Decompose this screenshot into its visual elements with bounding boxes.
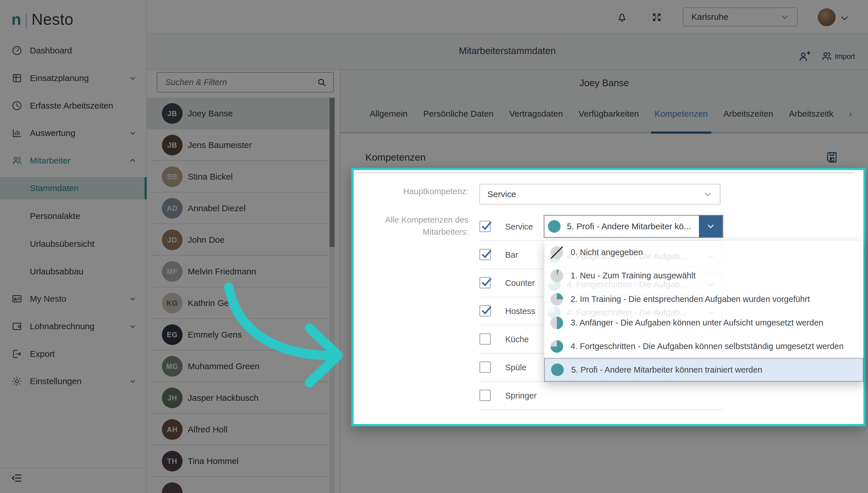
level-4-pie-icon xyxy=(551,340,563,353)
select-dropdown-button[interactable] xyxy=(699,215,723,237)
chevron-down-icon xyxy=(706,221,715,231)
level-3-pie-icon xyxy=(551,317,563,329)
option-level-0[interactable]: 0. Nicht angegeben xyxy=(544,241,863,264)
row-divider xyxy=(479,409,723,410)
hauptkompetenz-value: Service xyxy=(487,189,516,199)
card-top-hairline xyxy=(355,172,854,173)
option-level-3[interactable]: 3. Anfänger - Die Aufgaben können unter … xyxy=(544,311,863,335)
level-1-pie-icon xyxy=(551,270,563,282)
app-screen: Karlsruhe n|Nesto Dashboard Einsatzplanu… xyxy=(0,0,868,493)
checkbox-service[interactable] xyxy=(479,221,491,232)
option-level-4[interactable]: 4. Fortgeschritten - Die Aufgaben können… xyxy=(544,335,863,358)
hauptkompetenz-select[interactable]: Service xyxy=(479,184,721,205)
competency-label-bar: Bar xyxy=(505,250,518,260)
option-level-1[interactable]: 1. Neu - Zum Training ausgewählt xyxy=(544,264,863,287)
checkbox-spuele[interactable] xyxy=(479,361,491,373)
competency-label-counter: Counter xyxy=(505,278,535,288)
option-level-2[interactable]: 2. Im Training - Die entsprechenden Aufg… xyxy=(544,287,863,311)
hauptkompetenz-label: Hauptkompetenz: xyxy=(353,187,469,196)
check-icon xyxy=(480,277,492,288)
level-5-pie-icon xyxy=(551,363,564,376)
check-icon xyxy=(480,249,492,260)
checkbox-bar[interactable] xyxy=(479,249,491,260)
service-level-select[interactable]: 5. Profi - Andere Mitarbeiter kö... xyxy=(544,215,723,237)
checkbox-kueche[interactable] xyxy=(479,333,491,345)
checkbox-counter[interactable] xyxy=(479,277,491,288)
service-level-value: 5. Profi - Andere Mitarbeiter kö... xyxy=(567,221,691,231)
option-level-5[interactable]: 5. Profi - Andere Mitarbeiter können tra… xyxy=(544,358,863,382)
competency-label-service: Service xyxy=(505,222,533,232)
checkbox-springer[interactable] xyxy=(479,390,491,401)
competency-label-hostess: Hostess xyxy=(505,306,535,316)
competency-label-springer: Springer xyxy=(505,391,537,401)
alle-kompetenzen-label-line1: Alle Kompetenzen des xyxy=(353,214,469,226)
check-icon xyxy=(480,305,492,316)
check-icon xyxy=(480,220,492,232)
alle-kompetenzen-label-line2: Mitarbeiters: xyxy=(353,226,469,238)
kompetenzen-spotlight: Hauptkompetenz: Service Alle Kompetenzen… xyxy=(351,168,866,426)
level-2-pie-icon xyxy=(551,293,563,306)
competency-label-kueche: Küche xyxy=(505,335,529,344)
competency-label-spuele: Spüle xyxy=(505,363,526,372)
chevron-down-icon xyxy=(703,190,712,199)
level-dropdown-panel: 4. Fortgeschritten - Die Aufgab... 4. Fo… xyxy=(544,241,863,382)
level-5-pie-icon xyxy=(548,220,561,233)
checkbox-hostess[interactable] xyxy=(479,305,491,317)
level-0-pie-icon xyxy=(551,246,563,259)
